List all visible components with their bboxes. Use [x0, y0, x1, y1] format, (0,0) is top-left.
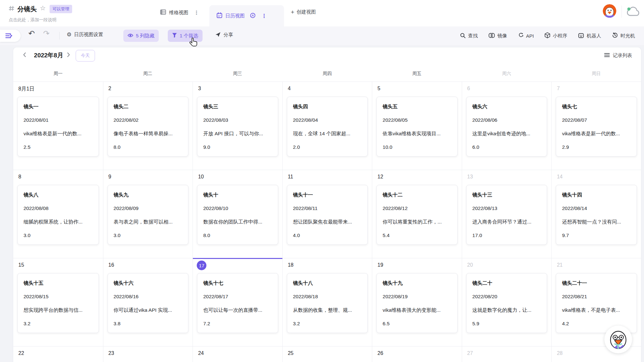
favorite-star-icon[interactable]: ☆ — [40, 4, 46, 12]
find-button[interactable]: 查找 — [460, 33, 478, 39]
calendar-day-cell[interactable]: 4镜头四2022/08/04现在，全球 14 个国家超...2.0 — [282, 82, 372, 170]
record-card[interactable]: 镜头十五2022/08/15想实现跨平台的数据与信...3.2 — [17, 273, 99, 333]
hidden-fields-button[interactable]: 5 列隐藏 — [123, 30, 159, 42]
calendar-day-cell[interactable]: 25 — [282, 347, 372, 362]
calendar-day-cell[interactable]: 15镜头十五2022/08/15想实现跨平台的数据与信...3.2 — [13, 258, 103, 346]
record-description: 表与表之间，数据可以相... — [114, 215, 183, 229]
record-card[interactable]: 镜头十三2022/08/13进入商务合同环节？通过...17.0 — [466, 185, 547, 245]
calendar-day-cell[interactable]: 20镜头二十2022/08/20这就是数字化的魔力，让...5.9 — [462, 258, 552, 346]
record-card[interactable]: 镜头十一2022/08/11想让团队聚焦在最能带来...4.0 — [287, 185, 368, 245]
robot-button[interactable]: 机器人 — [578, 33, 601, 39]
calendar-day-cell[interactable]: 27 — [462, 347, 552, 362]
record-description: 这里是vika创造奇迹的地... — [472, 127, 541, 140]
assistant-mascot-button[interactable] — [604, 326, 632, 353]
day-number: 14 — [557, 174, 563, 180]
calendar-day-cell[interactable]: 11镜头十一2022/08/11想让团队聚焦在最能带来...4.0 — [282, 170, 372, 258]
record-card[interactable]: 镜头三2022/08/03开放 API 接口，可以与你...9.0 — [197, 97, 278, 157]
autosave-sync-icon[interactable]: A — [250, 12, 256, 20]
day-number: 26 — [377, 350, 383, 356]
record-card[interactable]: 镜头八2022/08/08细腻的权限系统，让协作...3.0 — [17, 185, 99, 245]
create-view-button[interactable]: + 创建视图 — [291, 9, 316, 15]
record-card[interactable]: 镜头十九2022/08/19vika维格表强大的变形能...6.5 — [376, 273, 458, 333]
share-button[interactable]: 分享 — [215, 32, 233, 38]
grid-view-menu-icon[interactable]: ⋮ — [194, 10, 199, 16]
calendar-day-cell[interactable]: 14镜头十四2022/08/14还想再智能一点？没有问...9.7 — [551, 170, 641, 258]
calendar-day-cell[interactable]: 19镜头十九2022/08/19vika维格表强大的变形能...6.5 — [372, 258, 462, 346]
record-list-button[interactable]: 记录列表 — [604, 52, 632, 59]
calendar-day-cell[interactable]: 5镜头五2022/08/05依靠vika维格表实现项目...10.0 — [372, 82, 462, 170]
undo-icon[interactable]: ↶ — [28, 29, 35, 38]
record-card[interactable]: 镜头一2022/08/01vika维格表是新一代的数...2.5 — [17, 97, 99, 157]
day-number: 21 — [557, 262, 563, 268]
filter-button[interactable]: 1 个筛选 — [168, 30, 203, 42]
calendar-day-cell[interactable]: 16镜头十六2022/08/16你可以通过vika API 实现...3.8 — [103, 258, 193, 346]
record-card[interactable]: 镜头二2022/08/02像电子表格一样简单易操...8.0 — [108, 97, 189, 157]
weekday-header-5: 周五 — [372, 71, 462, 77]
calendar-day-cell[interactable]: 10镜头十2022/08/10数据在你的团队工作中得...8.0 — [193, 170, 282, 258]
mirror-button[interactable]: 镜像 — [488, 33, 507, 39]
calendar-day-cell[interactable]: 3镜头三2022/08/03开放 API 接口，可以与你...9.0 — [193, 82, 282, 170]
expand-sidebar-button[interactable] — [0, 30, 21, 42]
mirror-label: 镜像 — [497, 33, 507, 39]
prev-month-button[interactable] — [23, 52, 26, 59]
description-placeholder[interactable]: 点击此处，添加一段说明 — [9, 17, 57, 23]
tab-calendar-view[interactable]: 日历视图 A ⋮ — [209, 5, 284, 26]
toolbar-divider — [59, 32, 60, 40]
today-button[interactable]: 今天 — [76, 50, 95, 62]
tab-grid-view[interactable]: 维格视图 ⋮ — [160, 9, 199, 16]
widget-button[interactable]: 小程序 — [545, 32, 567, 39]
record-card[interactable]: 镜头十2022/08/10数据在你的团队工作中得...8.0 — [197, 185, 278, 245]
calendar-day-cell[interactable]: 2镜头二2022/08/02像电子表格一样简单易操...8.0 — [103, 82, 193, 170]
gear-icon: ⚙ — [67, 32, 71, 38]
calendar-day-cell[interactable]: 8月1日镜头一2022/08/01vika维格表是新一代的数...2.5 — [13, 82, 103, 170]
record-date: 2022/08/21 — [562, 290, 631, 303]
record-date: 2022/08/10 — [203, 202, 272, 215]
create-view-label: 创建视图 — [297, 9, 316, 15]
user-avatar[interactable] — [603, 4, 616, 18]
record-card[interactable]: 镜头二十一2022/08/21vika维格表，不是电子表...4.2 — [556, 273, 637, 333]
cloud-sync-icon[interactable] — [625, 5, 640, 20]
calendar-view-menu-icon[interactable]: ⋮ — [261, 13, 267, 19]
calendar-day-cell[interactable]: 13镜头十三2022/08/13进入商务合同环节？通过...17.0 — [462, 170, 552, 258]
record-card[interactable]: 镜头十二2022/08/12你可以将重复性的工作，...5.4 — [376, 185, 458, 245]
record-title: 镜头二十一 — [562, 276, 631, 290]
record-card[interactable]: 镜头九2022/08/09表与表之间，数据可以相...3.0 — [108, 185, 189, 245]
time-machine-icon — [612, 32, 618, 39]
record-card[interactable]: 镜头五2022/08/05依靠vika维格表实现项目...10.0 — [376, 97, 458, 157]
record-card[interactable]: 镜头六2022/08/06这里是vika创造奇迹的地...6.0 — [466, 97, 547, 157]
record-card[interactable]: 镜头十四2022/08/14还想再智能一点？没有问...9.7 — [556, 185, 637, 245]
record-date: 2022/08/19 — [383, 290, 451, 303]
calendar-day-cell[interactable]: 26 — [372, 347, 462, 362]
record-title: 镜头十 — [203, 188, 272, 202]
calendar-day-cell[interactable]: 22 — [13, 347, 103, 362]
widget-icon — [545, 32, 550, 39]
redo-icon[interactable]: ↷ — [43, 29, 50, 38]
record-date: 2022/08/09 — [114, 202, 183, 215]
calendar-view-settings-button[interactable]: ⚙ 日历视图设置 — [67, 32, 103, 38]
calendar-day-cell[interactable]: 23 — [103, 347, 193, 362]
calendar-day-cell[interactable]: 8镜头八2022/08/08细腻的权限系统，让协作...3.0 — [13, 170, 103, 258]
record-card[interactable]: 镜头十八2022/08/18从数据的收集，整理、规...3.2 — [287, 273, 368, 333]
calendar-day-cell[interactable]: 6镜头六2022/08/06这里是vika创造奇迹的地...6.0 — [462, 82, 552, 170]
day-number: 27 — [467, 350, 473, 356]
day-number: 15 — [18, 262, 24, 268]
calendar-day-cell[interactable]: 18镜头十八2022/08/18从数据的收集，整理、规...3.2 — [282, 258, 372, 346]
time-machine-button[interactable]: 时光机 — [612, 32, 635, 39]
record-description: vika维格表，不是电子表... — [562, 303, 631, 317]
next-month-button[interactable] — [67, 52, 70, 59]
calendar-day-cell[interactable]: 24 — [193, 347, 282, 362]
record-value: 4.0 — [293, 229, 362, 242]
record-value: 5.4 — [383, 229, 451, 242]
record-card[interactable]: 镜头二十2022/08/20这就是数字化的魔力，让...5.9 — [466, 273, 547, 333]
calendar-day-cell[interactable]: 12镜头十二2022/08/12你可以将重复性的工作，...5.4 — [372, 170, 462, 258]
calendar-day-cell[interactable]: 7镜头七2022/08/07vika维格表是新一代的数...2.9 — [551, 82, 641, 170]
calendar-day-cell[interactable]: 17镜头十七2022/08/17也可以让每一次的直播带...7.2 — [193, 258, 282, 346]
record-card[interactable]: 镜头七2022/08/07vika维格表是新一代的数...2.9 — [556, 97, 637, 157]
api-button[interactable]: API — [518, 33, 534, 39]
calendar-day-cell[interactable]: 9镜头九2022/08/09表与表之间，数据可以相...3.0 — [103, 170, 193, 258]
record-date: 2022/08/17 — [203, 290, 272, 303]
record-card[interactable]: 镜头四2022/08/04现在，全球 14 个国家超...2.0 — [287, 97, 368, 157]
record-card[interactable]: 镜头十六2022/08/16你可以通过vika API 实现...3.8 — [108, 273, 189, 333]
tab-grid-view-label: 维格视图 — [169, 10, 188, 16]
record-card[interactable]: 镜头十七2022/08/17也可以让每一次的直播带...7.2 — [197, 273, 278, 333]
